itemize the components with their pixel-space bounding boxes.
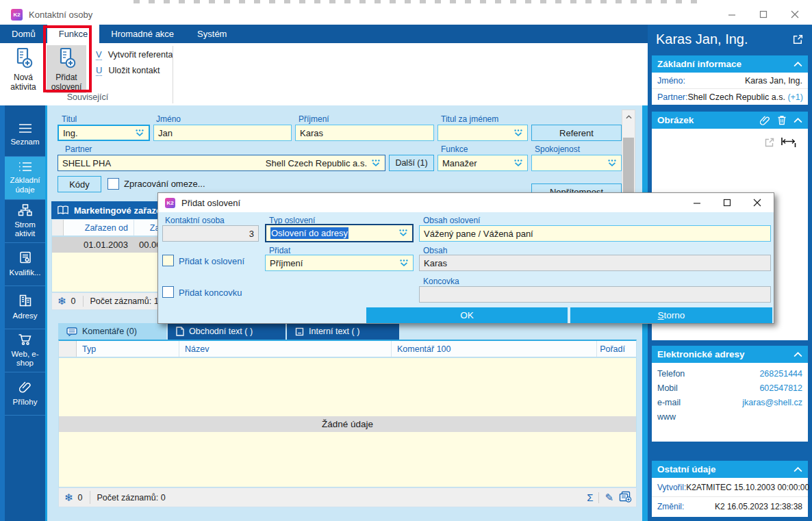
dropdown-icon[interactable]	[399, 259, 409, 267]
pridat-k-osloveni-label: Přidat k oslovení	[179, 256, 244, 266]
tab-obchodni-text[interactable]: Obchodní text ( )	[168, 323, 286, 340]
close-button[interactable]	[779, 4, 811, 25]
titul-za-jmenem-combobox[interactable]	[437, 125, 528, 141]
partner-name: Shell Czech Republic a.s.	[266, 158, 367, 168]
titul-combobox[interactable]: Ing.	[58, 125, 150, 141]
form-scrollbar[interactable]	[622, 110, 635, 200]
sidebar-item-adresy[interactable]: Adresy	[5, 286, 45, 329]
sidebar-label: Web, e-shop	[5, 350, 45, 368]
left-sidebar: Seznam Základní údaje Strom aktivit Kval…	[0, 105, 45, 521]
storno-accel: S	[658, 310, 664, 320]
sidebar-item-prilohy[interactable]: Přílohy	[5, 372, 45, 416]
row-value: Karas Jan, Ing.	[745, 76, 802, 86]
flag-count: 0	[71, 296, 76, 306]
ribbon-tab-domu[interactable]: Domů	[0, 25, 47, 43]
zpracovani-label: Zpracování omeze...	[124, 179, 205, 189]
dalsi-button[interactable]: Další (1)	[389, 155, 434, 171]
chevron-up-icon[interactable]	[794, 352, 802, 357]
section-title: Obrázek	[657, 115, 694, 125]
mobile-link[interactable]: 602547812	[759, 383, 802, 393]
info-row-zmenil: Změnil: K2 16.05.2023 12:38:38	[652, 497, 808, 516]
chevron-up-icon[interactable]	[794, 118, 802, 123]
typ-osloveni-value: Oslovení do adresy	[270, 227, 348, 239]
delete-image-icon[interactable]	[777, 115, 787, 125]
dropdown-icon[interactable]	[513, 129, 523, 137]
column-header[interactable]: Zařazen od	[64, 220, 134, 236]
minimize-button[interactable]	[716, 4, 748, 25]
dropdown-icon[interactable]	[607, 160, 617, 167]
column-header[interactable]: Komentář 100	[392, 341, 597, 357]
dropdown-icon[interactable]	[513, 160, 523, 167]
menu-icon	[18, 123, 33, 136]
ok-button[interactable]: OK	[366, 307, 568, 323]
section-header-zakladni-informace[interactable]: Základní informace	[652, 55, 808, 73]
typ-osloveni-combobox[interactable]: Oslovení do adresy	[265, 224, 414, 242]
sidebar-item-web-eshop[interactable]: Web, e-shop	[5, 329, 45, 372]
sidebar-item-kvalifikace[interactable]: Kvalifik...	[5, 243, 45, 286]
fit-width-icon[interactable]	[781, 137, 797, 148]
save-contact-menuitem[interactable]: U Uložit kontakt	[96, 64, 160, 76]
snowflake-icon: ❄	[58, 295, 66, 307]
edit-pencil-icon[interactable]: ✎	[602, 492, 616, 504]
column-header[interactable]: Pořadí	[597, 341, 636, 357]
create-referent-menuitem[interactable]: V Vytvořit referenta	[96, 49, 173, 60]
attach-image-icon[interactable]	[760, 115, 770, 126]
dialog-close-button[interactable]	[742, 193, 772, 212]
accelerator-u: U	[96, 65, 102, 76]
partner-combobox[interactable]: SHELL PHA Shell Czech Republic a.s.	[58, 155, 385, 171]
column-header[interactable]: Typ	[77, 341, 179, 357]
funkce-combobox[interactable]: Manažer	[437, 155, 528, 171]
sidebar-item-strom-aktivit[interactable]: Strom aktivit	[5, 200, 45, 243]
partner-plus-count[interactable]: (+1)	[787, 92, 803, 102]
ribbon-tab-system[interactable]: Systém	[186, 25, 238, 43]
dialog-maximize-button[interactable]	[712, 193, 742, 212]
pridat-koncovku-checkbox[interactable]	[162, 286, 174, 298]
storno-button[interactable]: Storno	[570, 307, 772, 323]
new-activity-button[interactable]: Nová aktivita	[3, 45, 43, 93]
scroll-up-arrow[interactable]	[622, 110, 635, 123]
copy-add-icon[interactable]	[619, 491, 632, 505]
spokojenost-combobox[interactable]	[531, 155, 622, 171]
kody-button[interactable]: Kódy	[58, 176, 101, 192]
tab-komentare[interactable]: Komentáře (0)	[58, 323, 166, 340]
row-label: Mobil	[657, 383, 678, 393]
tab-interni-text[interactable]: Interní text ( )	[287, 323, 399, 340]
open-external-icon[interactable]	[792, 34, 804, 48]
sum-icon[interactable]: Σ	[584, 492, 596, 503]
open-image-icon[interactable]	[764, 137, 775, 148]
chevron-up-icon[interactable]	[794, 467, 802, 472]
ribbon-body: Nová aktivita Přidat oslovení V Vytvořit…	[0, 43, 648, 106]
dropdown-icon[interactable]	[135, 129, 144, 137]
section-header-ostatni-udaje[interactable]: Ostatní údaje	[652, 461, 808, 478]
referent-button[interactable]: Referent	[531, 125, 622, 141]
pridat-combobox[interactable]: Příjmení	[265, 255, 414, 271]
ribbon-tab-hromadne-akce[interactable]: Hromadné akce	[99, 25, 186, 43]
document-add-icon	[13, 47, 34, 72]
dialog-minimize-button[interactable]	[682, 193, 712, 212]
chevron-up-icon[interactable]	[794, 62, 802, 67]
pridat-k-osloveni-checkbox[interactable]	[162, 255, 174, 266]
ribbon-tab-funkce[interactable]: Funkce	[47, 25, 100, 43]
row-label: Změnil:	[657, 502, 684, 511]
column-header[interactable]: Název	[179, 341, 392, 357]
dropdown-icon[interactable]	[398, 229, 408, 237]
partner-code: SHELL PHA	[62, 158, 111, 168]
add-salutation-button[interactable]: Přidat oslovení	[47, 45, 86, 93]
ribbon-group-label: Související	[3, 92, 173, 102]
document-add-icon	[56, 47, 77, 72]
dropdown-icon[interactable]	[371, 160, 381, 167]
sidebar-item-seznam[interactable]: Seznam	[5, 114, 45, 157]
email-link[interactable]: jkaras@shell.cz	[742, 398, 802, 407]
scrollbar-thumb[interactable]	[623, 138, 634, 199]
obsah-osloveni-input[interactable]: Vážený pane / Vážená paní	[419, 225, 771, 242]
section-header-obrazek[interactable]: Obrázek	[652, 112, 808, 129]
pridat-koncovku-label: Přidat koncovku	[179, 288, 242, 298]
row-label: Telefon	[657, 369, 685, 379]
maximize-button[interactable]	[748, 4, 779, 25]
phone-link[interactable]: 268251444	[759, 369, 802, 379]
section-header-elektronicke-adresy[interactable]: Elektronické adresy	[652, 346, 808, 363]
zpracovani-checkbox[interactable]	[107, 178, 119, 190]
sidebar-item-zakladni-udaje[interactable]: Základní údaje	[5, 157, 45, 200]
jmeno-input[interactable]: Jan	[153, 125, 292, 141]
prijmeni-input[interactable]: Karas	[295, 125, 434, 141]
